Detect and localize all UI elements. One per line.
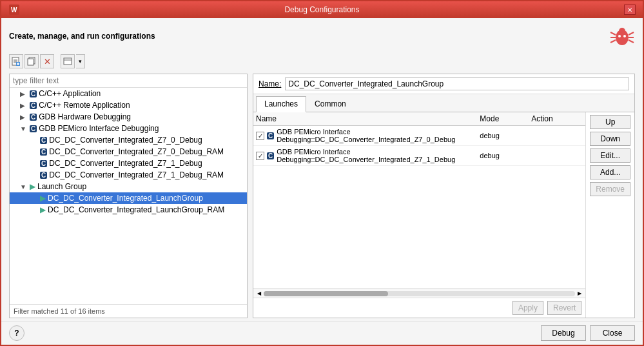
svg-line-9 [629, 40, 634, 43]
bug-icon [609, 23, 635, 49]
tree-label: C/C++ Application [39, 89, 101, 98]
apply-button[interactable]: Apply [512, 301, 543, 315]
tree-item-cpp-app[interactable]: ▶ C C/C++ Application [10, 88, 247, 99]
content-area: Create, manage, and run configurations [1, 18, 643, 345]
edit-button[interactable]: Edit... [590, 148, 630, 163]
tab-common[interactable]: Common [306, 96, 355, 112]
title-bar: W Debug Configurations ✕ [1, 1, 643, 18]
row-checkbox[interactable] [256, 152, 264, 160]
launches-content: Name Mode Action C [253, 112, 634, 318]
header-section: Create, manage, and run configurations [1, 18, 643, 52]
tab-launches[interactable]: Launches [256, 96, 306, 112]
table-body: C GDB PEMicro Interface Debugging::DC_DC… [253, 126, 585, 289]
left-panel: ▶ C C/C++ Application ▶ C C/C++ Remote A… [9, 74, 248, 318]
svg-point-10 [618, 35, 621, 37]
name-input[interactable] [285, 77, 629, 90]
svg-rect-21 [64, 58, 72, 65]
tree-item-z71-debug-ram[interactable]: C DC_DC_Converter_Integrated_Z7_1_Debug_… [10, 169, 247, 181]
scroll-right-arrow[interactable]: ▶ [575, 289, 584, 298]
tree-item-launch-group-ram[interactable]: ▶ DC_DC_Converter_Integrated_LaunchGroup… [10, 204, 247, 216]
c-icon: C [30, 102, 37, 109]
row-mode-cell: debug [480, 152, 531, 159]
svg-line-4 [610, 32, 616, 35]
tree-item-cpp-remote[interactable]: ▶ C C/C++ Remote Application [10, 99, 247, 111]
c-icon: C [30, 125, 37, 132]
new-icon [12, 57, 21, 66]
filter-icon [63, 57, 72, 66]
tabs-row: Launches Common [253, 94, 634, 112]
svg-text:W: W [11, 6, 17, 14]
scroll-left-arrow[interactable]: ◀ [255, 289, 264, 298]
svg-point-11 [623, 35, 626, 37]
svg-rect-20 [28, 59, 34, 65]
title-bar-right: ✕ [620, 5, 639, 15]
tree-area: ▶ C C/C++ Application ▶ C C/C++ Remote A… [10, 88, 247, 304]
tree-label: DC_DC_Converter_Integrated_Z7_1_Debug_RA… [49, 170, 224, 179]
apply-revert-row: Apply Revert [253, 298, 585, 318]
tree-label: DC_DC_Converter_Integrated_Z7_0_Debug_RA… [49, 147, 224, 156]
right-panel: Name: Launches Common Name [253, 74, 635, 318]
row-mode-cell: debug [480, 132, 531, 139]
tree-item-z71-debug[interactable]: C DC_DC_Converter_Integrated_Z7_1_Debug [10, 158, 247, 169]
up-button[interactable]: Up [590, 115, 630, 129]
row-c-icon: C [267, 132, 274, 139]
help-button[interactable]: ? [9, 325, 24, 341]
duplicate-icon [27, 57, 36, 66]
filter-input[interactable] [10, 74, 247, 88]
new-config-button[interactable] [9, 54, 23, 68]
tree-item-z70-debug[interactable]: C DC_DC_Converter_Integrated_Z7_0_Debug [10, 134, 247, 146]
col-header-mode: Mode [480, 114, 531, 123]
filter-dropdown-button[interactable]: ▾ [76, 54, 85, 68]
delete-config-button[interactable]: ✕ [40, 54, 54, 68]
expand-icon: ▶ [20, 102, 28, 109]
c-icon: C [40, 137, 47, 144]
duplicate-config-button[interactable] [24, 54, 39, 68]
down-button[interactable]: Down [590, 132, 630, 146]
row-name-text: GDB PEMicro Interface Debugging::DC_DC_C… [277, 148, 480, 163]
page-title: Create, manage, and run configurations [9, 32, 155, 41]
window-title: Debug Configurations [24, 5, 620, 14]
filter-button[interactable] [61, 54, 75, 68]
name-row: Name: [253, 74, 634, 94]
revert-button[interactable]: Revert [547, 301, 581, 315]
c-icon: C [40, 148, 47, 156]
tree-label: DC_DC_Converter_Integrated_LaunchGroup [48, 194, 203, 203]
tree-label: Launch Group [37, 182, 86, 191]
tree-item-launch-group[interactable]: ▼ ▶ Launch Group [10, 181, 247, 192]
tree-item-z70-debug-ram[interactable]: C DC_DC_Converter_Integrated_Z7_0_Debug_… [10, 146, 247, 158]
row-c-icon: C [267, 152, 274, 159]
expand-icon: ▼ [20, 125, 28, 132]
table-header: Name Mode Action [253, 112, 585, 126]
tree-item-gdb-hardware[interactable]: ▶ C GDB Hardware Debugging [10, 111, 247, 123]
add-button[interactable]: Add... [590, 165, 630, 179]
tree-label: DC_DC_Converter_Integrated_Z7_0_Debug [49, 136, 202, 145]
tree-label: C/C++ Remote Application [39, 101, 130, 110]
close-button[interactable]: Close [590, 325, 635, 341]
expand-icon: ▼ [20, 183, 28, 190]
footer-buttons: ? Debug Close [1, 321, 643, 345]
launch-icon: ▶ [40, 194, 46, 203]
launch-icon: ▶ [40, 205, 46, 214]
app-icon: W [9, 5, 19, 15]
expand-icon: ▶ [20, 114, 28, 121]
tree-item-launch-group-main[interactable]: ▶ DC_DC_Converter_Integrated_LaunchGroup [10, 192, 247, 204]
row-name-cell: C GDB PEMicro Interface Debugging::DC_DC… [256, 148, 480, 163]
tree-item-gdb-pemicro[interactable]: ▼ C GDB PEMicro Interface Debugging [10, 123, 247, 134]
svg-line-6 [610, 40, 616, 43]
horizontal-scrollbar[interactable]: ◀ ▶ [253, 289, 585, 298]
tree-label: DC_DC_Converter_Integrated_Z7_1_Debug [49, 159, 202, 168]
table-section: Name Mode Action C [253, 112, 585, 318]
scroll-track[interactable] [264, 291, 575, 296]
row-name-cell: C GDB PEMicro Interface Debugging::DC_DC… [256, 128, 480, 143]
remove-button[interactable]: Remove [590, 182, 630, 196]
debug-button[interactable]: Debug [541, 325, 586, 341]
table-row: C GDB PEMicro Interface Debugging::DC_DC… [253, 126, 585, 146]
c-icon: C [40, 160, 47, 167]
launches-inner: Name Mode Action C [253, 112, 634, 318]
table-row: C GDB PEMicro Interface Debugging::DC_DC… [253, 146, 585, 166]
window-close-button[interactable]: ✕ [624, 5, 636, 15]
row-checkbox[interactable] [256, 132, 264, 140]
col-header-action: Action [531, 114, 583, 123]
tree-label: DC_DC_Converter_Integrated_LaunchGroup_R… [48, 205, 224, 214]
c-icon: C [30, 90, 37, 97]
